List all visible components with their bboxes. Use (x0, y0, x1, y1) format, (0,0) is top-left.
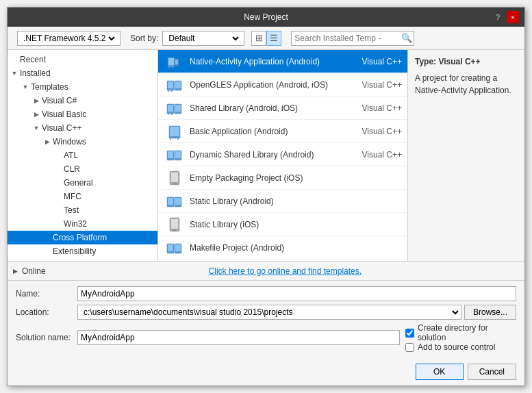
tree-label: Visual Basic (42, 110, 86, 119)
grid-view-button[interactable]: ⊞ (251, 31, 266, 46)
name-input[interactable] (77, 286, 516, 301)
tree-item-recent[interactable]: Recent (8, 53, 157, 66)
sort-select[interactable]: Default (166, 33, 241, 44)
template-item[interactable]: OpenGLES Application (Android, iOS) Visu… (158, 73, 407, 97)
tree-item-mfc[interactable]: MFC (8, 190, 157, 203)
template-item[interactable]: Makefile Project (Android) (158, 236, 407, 259)
dialog-buttons: OK Cancel (8, 359, 524, 385)
template-name: OpenGLES Application (Android, iOS) (190, 80, 347, 90)
template-icon-shared (164, 97, 186, 119)
checkboxes: Create directory for solution Add to sou… (400, 323, 516, 352)
template-item[interactable]: Dynamic Shared Library (Android) Visual … (158, 143, 407, 166)
tree-label: Windows (53, 137, 86, 147)
browse-button[interactable]: Browse... (464, 305, 516, 320)
template-type: Visual C++ (347, 57, 402, 66)
tree-label: Cross Platform (53, 233, 107, 242)
search-icon[interactable]: 🔍 (400, 31, 414, 46)
svg-rect-25 (175, 151, 181, 158)
tree-label: Test (64, 205, 79, 215)
help-button[interactable]: ? (492, 11, 504, 23)
svg-rect-9 (175, 81, 181, 88)
expand-icon: ▼ (20, 81, 31, 92)
tree-item-extensibility[interactable]: Extensibility (8, 244, 157, 258)
svg-rect-34 (171, 219, 178, 229)
tree-label: Win32 (64, 219, 87, 229)
tree-item-visual-cpp[interactable]: ▼ Visual C++ (8, 121, 157, 135)
template-icon-opengl (164, 74, 186, 96)
name-label: Name: (16, 289, 77, 299)
tree-item-clr[interactable]: CLR (8, 162, 157, 176)
template-name: Makefile Project (Android) (190, 243, 347, 253)
tree-item-cross-platform[interactable]: Cross Platform (8, 231, 157, 244)
svg-rect-7 (168, 81, 173, 88)
cancel-button[interactable]: Cancel (468, 364, 516, 380)
template-icon-dynamic (164, 144, 186, 166)
tree-item-visual-basic[interactable]: ▶ Visual Basic (8, 107, 157, 121)
tree-item-windows[interactable]: ▶ Windows (8, 135, 157, 149)
sort-label: Sort by: (130, 34, 158, 43)
expand-icon: ▼ (9, 68, 20, 79)
ok-button[interactable]: OK (416, 364, 464, 380)
template-name: Dynamic Shared Library (Android) (190, 150, 347, 160)
template-item[interactable]: Static Library (Android) (158, 190, 407, 213)
tree-item-general[interactable]: General (8, 176, 157, 190)
svg-rect-19 (170, 127, 179, 136)
template-name: Native-Activity Application (Android) (190, 57, 347, 66)
template-icon-makefile (164, 237, 186, 259)
tree-label: MFC (64, 192, 81, 201)
tree-item-installed[interactable]: ▼ Installed (8, 66, 157, 80)
solution-label: Solution name: (16, 333, 77, 342)
expand-icon (42, 246, 53, 257)
template-item[interactable]: Native-Activity Application (Android) Vi… (158, 50, 407, 73)
framework-select[interactable]: .NET Framework 4.5.2 (21, 33, 117, 44)
framework-dropdown[interactable]: .NET Framework 4.5.2 (17, 31, 121, 46)
description-text: A project for creating a Native-Activity… (415, 72, 518, 97)
svg-point-35 (174, 229, 176, 231)
search-box: 🔍 (291, 31, 414, 46)
expand-icon (53, 205, 64, 216)
list-view-button[interactable]: ☰ (266, 31, 281, 46)
template-name: Empty Packaging Project (iOS) (190, 173, 347, 183)
online-label: Online (22, 266, 46, 276)
tree-item-test[interactable]: Test (8, 203, 157, 217)
template-name: Static Library (iOS) (190, 220, 347, 229)
template-type: Visual C++ (347, 127, 402, 136)
template-item[interactable]: Empty Packaging Project (iOS) (158, 166, 407, 190)
search-input[interactable] (292, 34, 400, 43)
close-button[interactable]: × (507, 11, 519, 23)
tree-item-win32[interactable]: Win32 (8, 217, 157, 231)
tree-item-atl[interactable]: ATL (8, 149, 157, 162)
expand-icon (53, 218, 64, 229)
template-icon-static-ios (164, 214, 186, 236)
title-bar: New Project ? × (8, 8, 524, 27)
svg-rect-30 (168, 198, 173, 205)
template-item[interactable]: Shared Library (Android, iOS) Visual C++ (158, 97, 407, 120)
svg-rect-3 (175, 60, 178, 64)
expand-icon: ▼ (31, 123, 42, 134)
expand-icon (53, 150, 64, 161)
template-type: Visual C++ (347, 80, 402, 90)
template-icon-android (164, 51, 186, 73)
template-type: Visual C++ (347, 150, 402, 160)
sort-dropdown[interactable]: Default (162, 31, 244, 46)
online-expand-icon[interactable]: ▶ (13, 268, 18, 275)
svg-rect-13 (168, 105, 173, 112)
expand-icon: ▶ (31, 109, 42, 120)
source-control-label: Add to source control (418, 342, 495, 352)
tree-item-visual-csharp[interactable]: ▶ Visual C# (8, 94, 157, 107)
template-name: Basic Application (Android) (190, 127, 347, 136)
template-type: Visual C++ (347, 103, 402, 113)
template-item[interactable]: Static Library (iOS) (158, 213, 407, 236)
svg-rect-27 (171, 173, 178, 182)
tree-item-templates[interactable]: ▼ Templates (8, 80, 157, 94)
solution-input[interactable] (77, 330, 400, 345)
template-name: Static Library (Android) (190, 196, 347, 206)
location-select[interactable]: c:\users\username\documents\visual studi… (77, 305, 461, 320)
location-label: Location: (16, 307, 77, 317)
expand-icon (53, 191, 64, 202)
online-link[interactable]: Click here to go online and find templat… (51, 266, 519, 276)
source-control-checkbox[interactable] (405, 343, 414, 352)
create-dir-checkbox[interactable] (405, 329, 414, 338)
main-content: Recent ▼ Installed ▼ Templates ▶ Visual … (8, 50, 524, 261)
template-item[interactable]: Basic Application (Android) Visual C++ (158, 120, 407, 143)
